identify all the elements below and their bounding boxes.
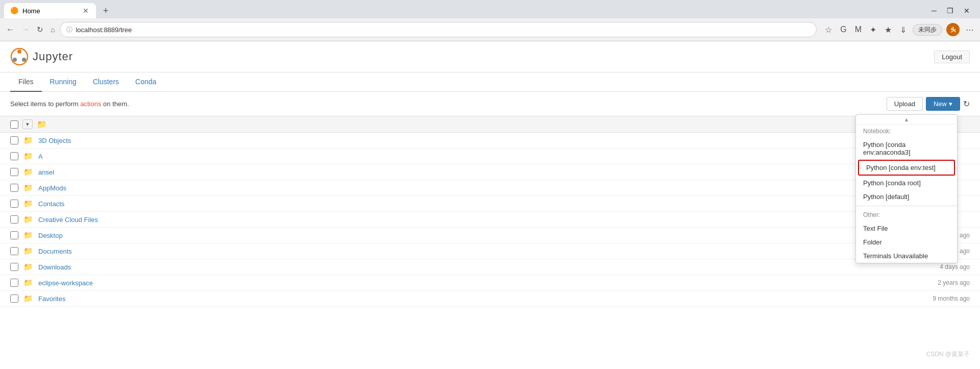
new-tab-button[interactable]: + — [100, 6, 112, 16]
file-row: 📁A — [0, 149, 980, 164]
dropdown-item-python-default[interactable]: Python [default] — [856, 190, 957, 204]
file-list: 📁3D Objects📁A📁ansel📁AppMods📁Contacts📁Cre… — [0, 133, 980, 307]
bookmark-star-button[interactable]: ☆ — [823, 24, 834, 36]
tab-clusters[interactable]: Clusters — [85, 72, 127, 92]
folder-icon: 📁 — [23, 152, 33, 161]
file-checkbox[interactable] — [10, 263, 18, 271]
dropdown-item-text-file[interactable]: Text File — [856, 222, 957, 235]
dropdown-item-python-test[interactable]: Python [conda env:test] — [858, 160, 955, 176]
file-name-link[interactable]: Creative Cloud Files — [38, 216, 903, 224]
file-name-link[interactable]: Contacts — [38, 200, 903, 208]
folder-icon: 📁 — [23, 136, 33, 145]
active-tab[interactable]: 🟠 Home ✕ — [4, 3, 96, 18]
svg-point-1 — [17, 50, 21, 54]
url-bar[interactable]: ⓘ localhost:8889/tree — [60, 22, 817, 37]
file-row: 📁3D Objects — [0, 133, 980, 149]
file-row: 📁Creative Cloud Files — [0, 212, 980, 228]
url-text: localhost:8889/tree — [76, 26, 810, 34]
reload-button[interactable]: ↻ — [35, 23, 45, 36]
back-button[interactable]: ← — [4, 23, 16, 36]
folder-icon: 📁 — [23, 215, 33, 224]
file-name-link[interactable]: Desktop — [38, 232, 903, 239]
avatar-button[interactable]: 头 — [946, 23, 960, 36]
dropdown-item-python-anaconda3[interactable]: Python [conda env:anaconda3] — [856, 138, 957, 159]
file-row: 📁Desktopan hour ago — [0, 228, 980, 243]
tab-close-button[interactable]: ✕ — [82, 7, 90, 15]
new-button-arrow: ▾ — [949, 100, 952, 108]
bookmarks-button[interactable]: ★ — [883, 24, 894, 36]
folder-icon: 📁 — [23, 199, 33, 208]
jupyter-header: Jupyter Logout — [0, 41, 980, 72]
toolbar-actions: Upload New ▾ ↻ ▲ Notebook: Python [conda… — [887, 97, 970, 111]
svg-point-3 — [22, 58, 26, 62]
tab-conda[interactable]: Conda — [127, 72, 164, 92]
close-button[interactable]: ✕ — [960, 5, 974, 17]
file-name-link[interactable]: Documents — [38, 248, 903, 255]
home-button[interactable]: ⌂ — [48, 23, 57, 36]
upload-button[interactable]: Upload — [887, 97, 923, 111]
browser-chrome: 🟠 Home ✕ + ─ ❒ ✕ ← → ↻ ⌂ ⓘ localhost:888… — [0, 0, 980, 41]
file-name-link[interactable]: Downloads — [38, 263, 903, 271]
select-all-checkbox[interactable] — [10, 120, 18, 129]
sort-button[interactable]: ▾ — [22, 119, 33, 129]
extensions-button[interactable]: ✦ — [868, 24, 878, 36]
tab-favicon: 🟠 — [10, 7, 18, 15]
m-button[interactable]: M — [853, 24, 864, 35]
file-checkbox[interactable] — [10, 200, 18, 208]
gmp-button[interactable]: G — [838, 24, 848, 35]
folder-icon: 📁 — [23, 294, 33, 303]
logout-button[interactable]: Logout — [934, 51, 970, 63]
folder-icon: 📁 — [23, 167, 33, 177]
file-checkbox[interactable] — [10, 247, 18, 255]
file-checkbox[interactable] — [10, 231, 18, 239]
jupyter-title: Jupyter — [33, 50, 73, 63]
file-checkbox[interactable] — [10, 152, 18, 160]
sync-button[interactable]: 未同步 — [913, 24, 942, 36]
dropdown-item-terminals[interactable]: Terminals Unavailable — [856, 249, 957, 263]
tab-running[interactable]: Running — [42, 72, 85, 92]
file-checkbox[interactable] — [10, 215, 18, 224]
url-secure-icon: ⓘ — [66, 26, 72, 34]
folder-icon: 📁 — [23, 183, 33, 192]
forward-button[interactable]: → — [19, 23, 32, 36]
file-name-link[interactable]: Favorites — [38, 295, 903, 303]
jupyter-page: Jupyter Logout Files Running Clusters Co… — [0, 41, 980, 369]
file-row: 📁Documents27 minutes ago — [0, 243, 980, 259]
dropdown-item-python-root[interactable]: Python [conda root] — [856, 176, 957, 190]
more-options-button[interactable]: ⋯ — [964, 24, 976, 36]
restore-button[interactable]: ❒ — [943, 5, 958, 17]
jupyter-logo-icon — [10, 47, 29, 66]
refresh-button[interactable]: ↻ — [963, 99, 970, 109]
file-time: 4 days ago — [909, 263, 970, 270]
new-dropdown-menu: ▲ Notebook: Python [conda env:anaconda3]… — [855, 114, 958, 263]
file-name-link[interactable]: A — [38, 153, 903, 160]
file-row: 📁Downloads4 days ago — [0, 259, 980, 275]
file-name-link[interactable]: 3D Objects — [38, 137, 903, 144]
scroll-indicator: ▲ — [856, 115, 957, 125]
file-checkbox[interactable] — [10, 136, 18, 144]
tab-files[interactable]: Files — [10, 72, 42, 92]
notebook-section-label: Notebook: — [856, 125, 957, 138]
tab-bar: 🟠 Home ✕ + ─ ❒ ✕ — [0, 0, 980, 18]
dropdown-divider — [856, 206, 957, 206]
file-checkbox[interactable] — [10, 279, 18, 287]
minimize-button[interactable]: ─ — [927, 5, 941, 17]
select-info: Select items to perform actions on them. — [10, 100, 129, 108]
file-checkbox[interactable] — [10, 184, 18, 192]
window-controls: ─ ❒ ✕ — [927, 5, 976, 17]
other-section-label: Other: — [856, 208, 957, 222]
file-name-link[interactable]: AppMods — [38, 184, 903, 192]
new-button[interactable]: New ▾ — [926, 97, 960, 111]
folder-icon: 📁 — [23, 262, 33, 272]
file-name-link[interactable]: ansel — [38, 168, 903, 176]
file-row: 📁eclipse-workspace2 years ago — [0, 275, 980, 291]
file-row: 📁Contacts — [0, 196, 980, 212]
file-checkbox[interactable] — [10, 294, 18, 303]
file-name-link[interactable]: eclipse-workspace — [38, 279, 903, 287]
file-checkbox[interactable] — [10, 168, 18, 176]
downloads-button[interactable]: ⇓ — [898, 24, 909, 36]
file-row: 📁Favorites9 months ago — [0, 291, 980, 307]
file-toolbar: Select items to perform actions on them.… — [0, 92, 980, 116]
file-time: 9 months ago — [909, 295, 970, 302]
dropdown-item-folder[interactable]: Folder — [856, 235, 957, 249]
